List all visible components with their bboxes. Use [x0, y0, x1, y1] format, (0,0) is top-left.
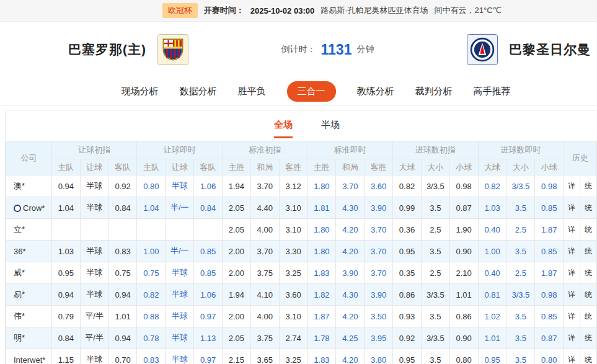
odds-cell: 2.05 [223, 327, 251, 349]
odds-cell: 平/半 [80, 327, 108, 349]
odds-cell: 0.84 [194, 197, 223, 219]
odds-cell: 0.87 [449, 197, 478, 219]
nav-tab[interactable]: 胜平负 [238, 86, 266, 97]
stats-link[interactable]: 统 [580, 284, 597, 306]
odds-cell: 1.03 [51, 241, 80, 262]
company-cell[interactable]: 明* [6, 327, 52, 349]
odds-cell: 半球 [80, 262, 108, 284]
odds-cell: 1.94 [223, 284, 251, 306]
odds-cell: 2.5 [421, 219, 449, 241]
detail-link[interactable]: 详 [564, 262, 580, 284]
odds-cell: 半球 [80, 197, 108, 219]
odds-cell: 3.60 [279, 284, 307, 306]
detail-link[interactable]: 详 [564, 349, 580, 364]
odds-cell: 3.80 [365, 349, 393, 364]
odds-cell [80, 219, 108, 241]
odds-cell: 0.90 [449, 241, 478, 262]
league-badge[interactable]: 欧冠杯 [162, 3, 198, 18]
detail-link[interactable]: 详 [564, 284, 580, 306]
nav-tab[interactable]: 三合一 [287, 81, 336, 102]
countdown: 倒计时： 1131 分钟 [188, 42, 467, 58]
group-header: 进球数即时 [478, 141, 564, 159]
odds-cell: 3.65 [250, 349, 279, 364]
company-cell[interactable]: 威* [6, 262, 52, 284]
group-header: 标准即时 [307, 141, 393, 159]
odds-cell: 1.83 [307, 349, 336, 364]
company-column-header: 公司 [6, 141, 52, 175]
nav-tab[interactable]: 裁判分析 [415, 86, 453, 97]
odds-cell: 3.90 [336, 262, 365, 284]
detail-link[interactable]: 详 [564, 219, 580, 241]
stats-link[interactable]: 统 [580, 175, 597, 197]
odds-cell: 4.20 [336, 349, 365, 364]
stats-link[interactable]: 统 [580, 262, 597, 284]
odds-cell: 3.10 [279, 306, 307, 327]
odds-cell: 半球 [166, 284, 194, 306]
odds-row: 明*0.84平/半0.940.78半球1.132.053.752.741.784… [6, 327, 597, 349]
detail-link[interactable]: 详 [564, 327, 580, 349]
odds-cell: 3.12 [279, 175, 307, 197]
odds-cell: 0.85 [535, 197, 564, 219]
nav-tab[interactable]: 教练分析 [357, 86, 394, 97]
odds-cell: 4.40 [250, 197, 279, 219]
company-cell[interactable]: 澳* [6, 175, 52, 197]
away-team-block: 巴黎圣日尔曼 [467, 34, 591, 65]
odds-cell: 4.30 [336, 197, 365, 219]
odds-cell: 3.70 [365, 262, 393, 284]
odds-cell: 1.04 [137, 197, 166, 219]
scope-tab[interactable]: 半场 [321, 119, 340, 138]
company-cell[interactable]: 伟* [6, 306, 52, 327]
detail-link[interactable]: 详 [564, 175, 580, 197]
odds-cell: 0.75 [137, 262, 166, 284]
sub-column-header: 大球 [478, 159, 506, 175]
odds-row: 立*2.054.003.101.804.203.700.362.51.900.4… [6, 219, 597, 241]
nav-tab[interactable]: 数据分析 [180, 86, 217, 97]
odds-cell: 半球 [166, 262, 194, 284]
odds-cell: 2.00 [223, 306, 251, 327]
sub-column-header: 客队 [194, 159, 223, 175]
company-cell[interactable]: 36* [6, 241, 52, 262]
odds-cell: 1.15 [51, 349, 80, 364]
stats-link[interactable]: 统 [580, 197, 597, 219]
scope-tab[interactable]: 全场 [274, 119, 293, 138]
odds-cell: 0.80 [449, 349, 478, 364]
odds-cell: 0.84 [51, 327, 80, 349]
odds-cell: 3/3.5 [506, 175, 535, 197]
stats-link[interactable]: 统 [580, 349, 597, 364]
stats-link[interactable]: 统 [580, 219, 597, 241]
odds-cell: 1.94 [223, 175, 251, 197]
stats-link[interactable]: 统 [580, 241, 597, 262]
stats-link[interactable]: 统 [580, 306, 597, 327]
odds-cell: 0.85 [535, 306, 564, 327]
nav-tab[interactable]: 高手推荐 [474, 86, 511, 97]
detail-link[interactable]: 详 [564, 241, 580, 262]
odds-cell: 4.00 [250, 306, 279, 327]
company-cell[interactable]: 立* [6, 219, 52, 241]
odds-panel: 全场半场 公司让球初指让球即时标准初指标准即时进球数初指进球数即时历史主队让球客… [5, 110, 597, 364]
odds-cell: 0.75 [108, 262, 137, 284]
odds-row: 易*0.94半球0.940.82半球1.061.944.103.601.824.… [6, 284, 597, 306]
odds-cell: 3.75 [250, 327, 279, 349]
odds-cell: 半球 [80, 175, 108, 197]
odds-cell: 0.85 [194, 262, 223, 284]
odds-cell: 0.82 [393, 175, 422, 197]
odds-cell: 0.88 [137, 306, 166, 327]
odds-cell: 3.70 [250, 241, 279, 262]
odds-cell: 3/3.5 [421, 175, 449, 197]
odds-cell: 0.83 [137, 349, 166, 364]
weather-text: 间中有云，21°C℃ [435, 5, 502, 16]
odds-cell: 0.95 [393, 349, 422, 364]
sub-column-header: 小球 [535, 159, 564, 175]
nav-tab[interactable]: 现场分析 [122, 86, 159, 97]
stats-link[interactable]: 统 [580, 327, 597, 349]
odds-cell: 0.82 [478, 175, 506, 197]
company-cell[interactable]: 易* [6, 284, 52, 306]
odds-cell: 0.80 [535, 349, 564, 364]
detail-link[interactable]: 详 [564, 306, 580, 327]
company-cell[interactable]: Crow* [6, 197, 52, 219]
sub-column-header: 和局 [250, 159, 279, 175]
odds-cell: 2.05 [223, 219, 251, 241]
odds-cell: 4.30 [336, 284, 365, 306]
detail-link[interactable]: 详 [564, 197, 580, 219]
company-cell[interactable]: Interwet* [6, 349, 52, 364]
